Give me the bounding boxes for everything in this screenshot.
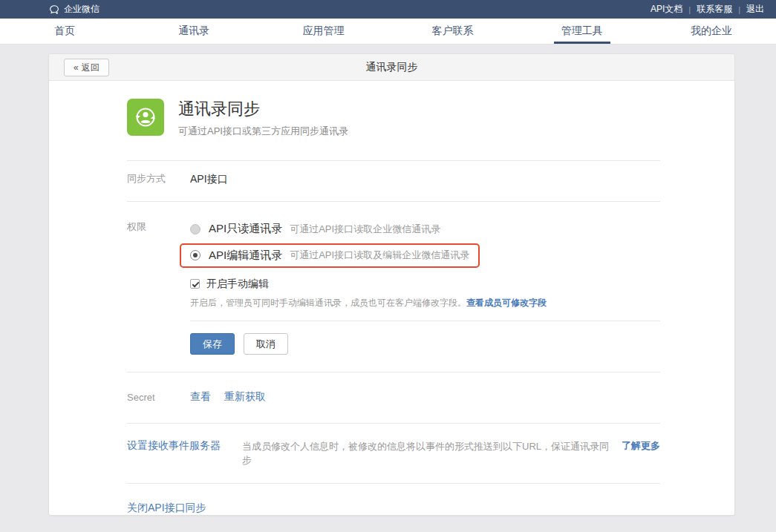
app-header-text: 通讯录同步 可通过API接口或第三方应用同步通讯录 [178,99,348,138]
separator: | [738,5,740,14]
nav-item-contacts[interactable]: 通讯录 [129,19,258,44]
main-nav: 首页 通讯录 应用管理 客户联系 管理工具 我的企业 [0,19,776,45]
contact-sync-panel: « 返回 通讯录同步 通讯录同步 可通 [48,53,735,516]
option-desc: 可通过API接口读取企业微信通讯录 [290,223,440,236]
topbar-links: API文档 | 联系客服 | 退出 [651,3,764,16]
cancel-button[interactable]: 取消 [244,333,288,355]
nav-item-my-company[interactable]: 我的企业 [647,19,776,44]
page-subtitle: 可通过API接口或第三方应用同步通讯录 [178,125,348,138]
sync-method-value: API接口 [190,171,228,186]
permission-label: 权限 [127,220,190,234]
sync-method-label: 同步方式 [127,171,190,186]
close-api-sync-link[interactable]: 关闭API接口同步 [127,502,206,513]
learn-more-link[interactable]: 了解更多 [622,439,660,453]
option-api-edit-highlight: API编辑通讯录 可通过API接口读取及编辑企业微信通讯录 [180,243,480,268]
option-api-readonly[interactable]: API只读通讯录 可通过API接口读取企业微信通讯录 [190,220,660,239]
callback-server-desc: 当成员修改个人信息时，被修改的信息将以事件的形式推送到以下URL，保证通讯录同步 [242,439,613,467]
manual-edit-note-text: 开启后，管理员可同时手动编辑通讯录，成员也可在客户端修改字段。 [190,298,466,308]
view-editable-fields-link[interactable]: 查看成员可修改字段 [466,298,547,308]
sync-method-row: 同步方式 API接口 [127,161,660,201]
manual-edit-checkbox[interactable] [190,279,200,289]
manual-edit-row: 开启手动编辑 [190,278,660,291]
nav-item-customers[interactable]: 客户联系 [388,19,518,44]
option-title[interactable]: API编辑通讯录 [209,249,282,263]
manual-edit-note: 开启后，管理员可同时手动编辑通讯录，成员也可在客户端修改字段。查看成员可修改字段 [190,297,660,309]
topbar-link-support[interactable]: 联系客服 [697,3,732,16]
topbar: 企业微信 API文档 | 联系客服 | 退出 [0,0,776,19]
topbar-link-logout[interactable]: 退出 [746,3,764,16]
option-desc: 可通过API接口读取及编辑企业微信通讯录 [290,249,469,262]
back-chevron-icon: « [74,62,79,73]
panel-header: « 返回 通讯录同步 [49,54,734,81]
close-api-row: 关闭API接口同步 [127,484,660,516]
back-button-label: 返回 [82,62,100,74]
chat-bubble-icon [48,4,60,16]
nav-item-admin-tools[interactable]: 管理工具 [518,19,647,44]
action-buttons: 保存 取消 [190,321,660,372]
set-callback-server-link[interactable]: 设置接收事件服务器 [127,439,221,453]
manual-edit-label[interactable]: 开启手动编辑 [206,278,269,291]
secret-refresh-link[interactable]: 重新获取 [224,390,266,404]
app-header: 通讯录同步 可通过API接口或第三方应用同步通讯录 [127,81,660,160]
callback-server-row: 设置接收事件服务器 当成员修改个人信息时，被修改的信息将以事件的形式推送到以下U… [127,424,660,483]
panel-title: 通讯录同步 [366,61,418,74]
app-logo: 企业微信 [48,3,100,16]
topbar-link-api-docs[interactable]: API文档 [651,3,682,16]
permission-row: 权限 API只读通讯录 可通过API接口读取企业微信通讯录 API编辑通讯录 可… [127,202,660,372]
secret-view-link[interactable]: 查看 [190,390,211,404]
secret-row: Secret 查看 重新获取 [127,372,660,423]
radio-api-edit[interactable] [190,250,200,260]
panel-content: 通讯录同步 可通过API接口或第三方应用同步通讯录 同步方式 API接口 权限 … [49,81,734,516]
secret-label: Secret [127,390,190,405]
nav-item-apps[interactable]: 应用管理 [258,19,388,44]
back-button[interactable]: « 返回 [64,59,109,76]
radio-api-readonly[interactable] [190,224,200,234]
contact-sync-icon [127,99,164,136]
page-background: « 返回 通讯录同步 通讯录同步 可通 [0,45,776,532]
secret-links: 查看 重新获取 [190,390,266,404]
save-button[interactable]: 保存 [190,333,235,355]
permission-options: API只读通讯录 可通过API接口读取企业微信通讯录 API编辑通讯录 可通过A… [190,220,660,372]
app-logo-text: 企业微信 [64,3,100,16]
nav-item-home[interactable]: 首页 [0,19,129,44]
option-title[interactable]: API只读通讯录 [209,222,282,236]
separator: | [688,5,691,14]
page-title: 通讯录同步 [178,99,348,119]
